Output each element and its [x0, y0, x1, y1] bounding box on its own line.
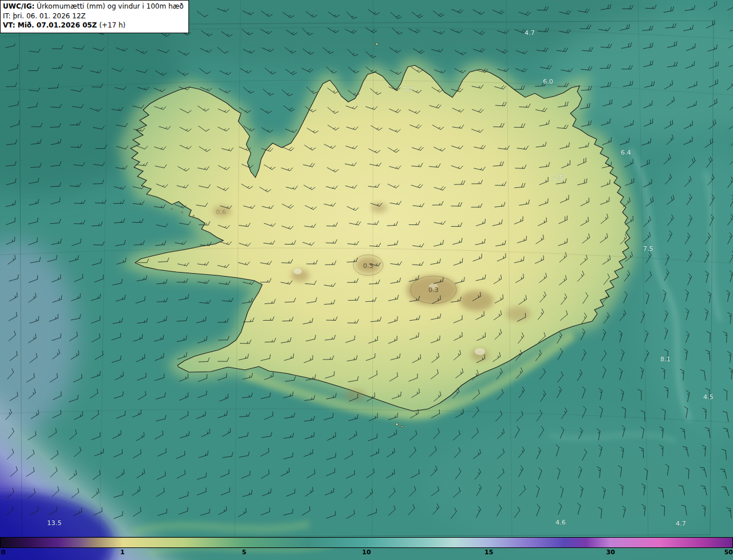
valid-time: VT: Mið. 07.01.2026 05Z (+17 h)	[3, 21, 184, 30]
colorbar-tick-label: 5	[242, 549, 246, 556]
island-dot	[193, 215, 194, 216]
init-time: IT: þri. 06. 01. 2026 12Z	[3, 11, 184, 21]
weather-map-canvas: 4.77.36.06.42.57.58.14.513.54.64.70.30.3…	[0, 0, 733, 560]
colorbar-tick-label: 50	[724, 549, 733, 556]
island-dot	[171, 208, 172, 210]
product-name: Úrkomumætti (mm) og vindur i 100m hæð	[34, 2, 183, 10]
island-dot	[401, 425, 403, 427]
colorbar-tick-label: 10	[362, 549, 371, 556]
title-box: UWC/IG: Úrkomumætti (mm) og vindur i 100…	[0, 0, 189, 33]
island-dot	[376, 43, 378, 45]
colorbar-tick-label: 15	[484, 549, 493, 556]
product-title: UWC/IG: Úrkomumætti (mm) og vindur i 100…	[3, 2, 184, 11]
colorbar-tick-label: 30	[606, 549, 615, 556]
model-name: UWC/IG:	[3, 2, 34, 10]
precip-wind-field	[0, 0, 733, 560]
colorbar-tick-label: 1	[120, 549, 125, 556]
colorbar-tick-label: 0	[1, 549, 6, 556]
valid-time-main: VT: Mið. 07.01.2026 05Z	[3, 21, 97, 29]
precip-colorbar: 01510153050	[0, 537, 733, 560]
colorbar-tick-row: 01510153050	[0, 549, 733, 559]
colorbar-gradient-strip	[0, 537, 733, 548]
island-dot	[396, 423, 398, 425]
island-dot	[182, 212, 183, 213]
valid-time-offset: (+17 h)	[97, 21, 125, 29]
